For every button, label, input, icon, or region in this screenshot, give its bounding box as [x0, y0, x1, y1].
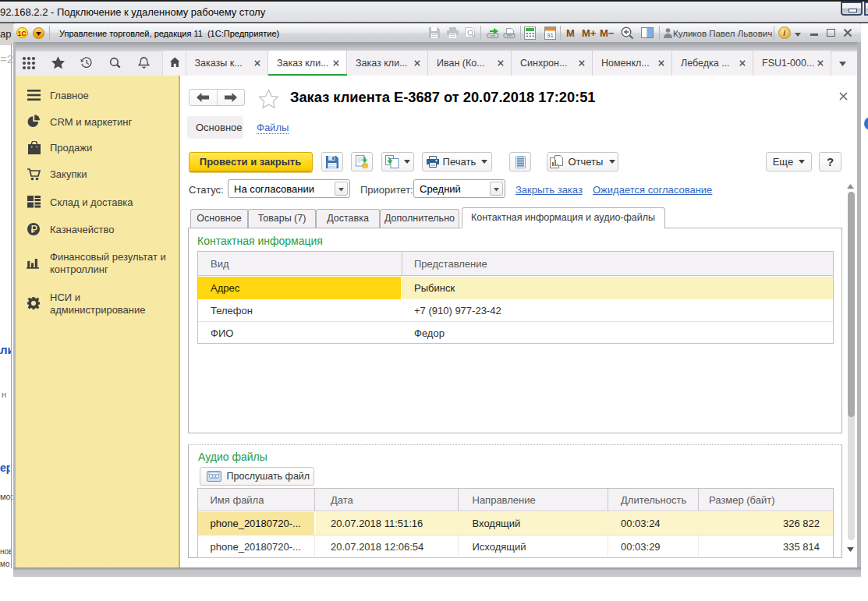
svg-text:31: 31 — [547, 32, 554, 39]
